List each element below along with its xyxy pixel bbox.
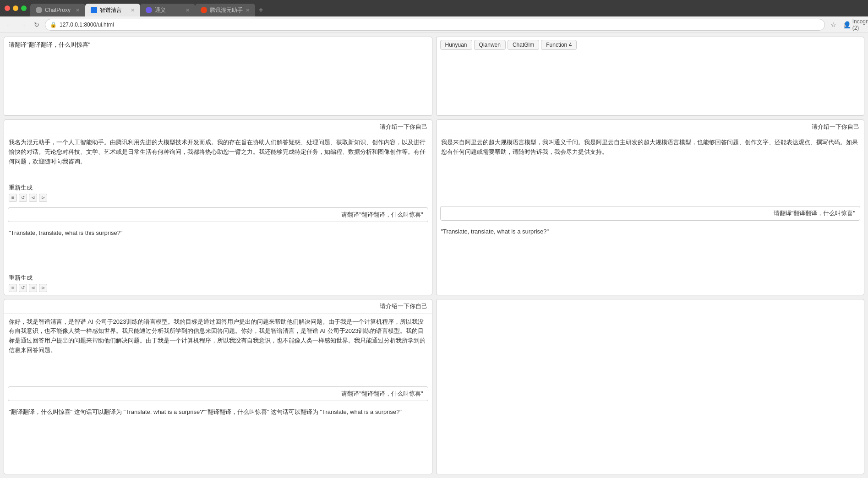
back-icon: ← xyxy=(6,21,12,28)
action-icon-2[interactable]: ↺ xyxy=(19,194,27,202)
hunyuan-regenerate-btn[interactable]: 重新生成 xyxy=(9,184,427,192)
qianwen-answer-text: "Translate, translate, what is a surpris… xyxy=(441,228,549,235)
hunyuan-regenerate-section2: 重新生成 ≡ ↺ ⊲ ⊳ xyxy=(4,271,432,295)
hunyuan-header-text: 请介绍一下你自己 xyxy=(380,123,427,130)
model-tabs-container: Hunyuan Qianwen ChatGlm Function 4 xyxy=(437,37,864,53)
tab-tongyi-label: 通义 xyxy=(155,6,166,14)
back-button[interactable]: ← xyxy=(4,19,15,30)
action-icon-1[interactable]: ≡ xyxy=(9,194,17,202)
hunyuan-tab-label: Hunyuan xyxy=(445,42,467,48)
chatglm-response-panel: 请介绍一下你自己 你好，我是智谱清言，是智谱 AI 公司于2023训练的语言模型… xyxy=(4,299,432,474)
tab-zhiqing-close[interactable]: ✕ xyxy=(131,7,135,13)
tab-chatproxy-label: ChatProxy xyxy=(45,7,71,13)
tab-chatproxy[interactable]: ChatProxy ✕ xyxy=(30,4,85,16)
tab-hunyuan[interactable]: 腾讯混元助手 ✕ xyxy=(195,4,255,16)
tab-hunyuan-close[interactable]: ✕ xyxy=(246,7,250,13)
chatglm-question-box: 请翻译"翻译翻译，什么叫惊喜" xyxy=(8,386,428,401)
function-panel-content xyxy=(437,299,864,474)
hunyuan-response-header: 请介绍一下你自己 xyxy=(4,120,432,134)
new-tab-button[interactable]: + xyxy=(255,4,267,16)
url-text: 127.0.0.1:8000/ui.html xyxy=(60,22,114,28)
action-icon-6[interactable]: ↺ xyxy=(19,284,27,292)
main-content: 请翻译"翻译翻译，什么叫惊喜" Hunyuan Qianwen ChatGlm … xyxy=(0,33,868,478)
tongyi-favicon xyxy=(146,7,152,13)
chatglm-response-header: 请介绍一下你自己 xyxy=(4,299,432,314)
chatglm-intro-body: 你好，我是智谱清言，是智谱 AI 公司于2023训练的语言模型。我的目标是通过回… xyxy=(4,314,432,384)
hunyuan-regenerate-section: 重新生成 ≡ ↺ ⊲ ⊳ xyxy=(4,181,432,205)
nav-bar: ← → ↻ 🔒 127.0.0.1:8000/ui.html ☆ ⊞ 👤 Inc… xyxy=(0,16,868,33)
maximize-button[interactable] xyxy=(21,5,27,11)
reload-icon: ↻ xyxy=(34,21,39,28)
qianwen-header-text: 请介绍一下你自己 xyxy=(812,123,859,130)
hunyuan-regenerate-btn2[interactable]: 重新生成 xyxy=(9,274,427,282)
qianwen-answer-body: "Translate, translate, what is a surpris… xyxy=(437,223,864,295)
action-icon-5[interactable]: ≡ xyxy=(9,284,17,292)
incognito-icon: 👤 xyxy=(843,21,851,28)
lock-icon: 🔒 xyxy=(50,22,57,28)
action-icon-7[interactable]: ⊲ xyxy=(29,284,37,292)
function-response-panel xyxy=(436,299,865,474)
forward-icon: → xyxy=(20,21,26,28)
tab-hunyuan-label: 腾讯混元助手 xyxy=(210,6,243,14)
browser-chrome: ChatProxy ✕ 智谱清言 ✕ 通义 ✕ 腾讯混元助手 ✕ + xyxy=(0,0,868,16)
input-area: 请翻译"翻译翻译，什么叫惊喜" xyxy=(4,37,432,115)
hunyuan-action-icons2: ≡ ↺ ⊲ ⊳ xyxy=(9,284,427,292)
hunyuan-action-icons: ≡ ↺ ⊲ ⊳ xyxy=(9,194,427,202)
close-button[interactable] xyxy=(5,5,10,11)
chatglm-header-text: 请介绍一下你自己 xyxy=(380,303,427,310)
qianwen-tab-label: Qianwen xyxy=(479,42,501,48)
traffic-lights xyxy=(5,5,27,11)
chatglm-question-text: 请翻译"翻译翻译，什么叫惊喜" xyxy=(341,390,423,397)
tab-qianwen[interactable]: Qianwen xyxy=(474,40,506,50)
hunyuan-intro-body: 我名为混元助手，一个人工智能助手。由腾讯利用先进的大模型技术开发而成。我的存在旨… xyxy=(4,134,432,180)
hunyuan-favicon xyxy=(201,7,207,13)
incognito-label: Incognito (2) xyxy=(852,18,868,31)
reload-button[interactable]: ↻ xyxy=(31,19,42,30)
chatglm-intro-text: 你好，我是智谱清言，是智谱 AI 公司于2023训练的语言模型。我的目标是通过回… xyxy=(9,318,426,353)
model-tabs-panel: Hunyuan Qianwen ChatGlm Function 4 xyxy=(436,37,865,116)
tab-tongyi-close[interactable]: ✕ xyxy=(186,7,190,13)
tab-chatproxy-close[interactable]: ✕ xyxy=(76,7,80,13)
qianwen-intro-body: 我是来自阿里云的超大规模语言模型，我叫通义千问。我是阿里云自主研发的超大规模语言… xyxy=(437,134,864,206)
qianwen-question-box: 请翻译"翻译翻译，什么叫惊喜" xyxy=(440,206,861,221)
zhiqing-favicon xyxy=(91,7,97,13)
nav-right-buttons: ☆ ⊞ 👤 Incognito (2) xyxy=(828,19,864,30)
hunyuan-question-text: 请翻译"翻译翻译，什么叫惊喜" xyxy=(341,211,423,218)
qianwen-intro-text: 我是来自阿里云的超大规模语言模型，我叫通义千问。我是阿里云自主研发的超大规模语言… xyxy=(441,139,858,155)
address-bar[interactable]: 🔒 127.0.0.1:8000/ui.html xyxy=(45,19,825,31)
tab-function4[interactable]: Function 4 xyxy=(541,40,577,50)
chatproxy-favicon xyxy=(36,7,42,13)
bookmark-button[interactable]: ☆ xyxy=(828,19,839,30)
action-icon-4[interactable]: ⊳ xyxy=(39,194,47,202)
incognito-button[interactable]: 👤 Incognito (2) xyxy=(853,19,864,30)
chatglm-answer-text: "翻译翻译，什么叫惊喜" 这句话可以翻译为 "Translate, what i… xyxy=(9,408,402,415)
qianwen-response-panel: 请介绍一下你自己 我是来自阿里云的超大规模语言模型，我叫通义千问。我是阿里云自主… xyxy=(436,120,865,295)
hunyuan-question-box: 请翻译"翻译翻译，什么叫惊喜" xyxy=(8,207,428,222)
tab-chatglm[interactable]: ChatGlm xyxy=(508,40,539,50)
chatglm-answer-body: "翻译翻译，什么叫惊喜" 这句话可以翻译为 "Translate, what i… xyxy=(4,404,432,474)
hunyuan-response-panel: 请介绍一下你自己 我名为混元助手，一个人工智能助手。由腾讯利用先进的大模型技术开… xyxy=(4,120,432,295)
star-icon: ☆ xyxy=(830,21,836,28)
input-panel: 请翻译"翻译翻译，什么叫惊喜" xyxy=(4,37,432,116)
tabs-bar: ChatProxy ✕ 智谱清言 ✕ 通义 ✕ 腾讯混元助手 ✕ + xyxy=(30,0,863,16)
hunyuan-answer-body: "Translate, translate, what is this surp… xyxy=(4,225,432,271)
qianwen-question-text: 请翻译"翻译翻译，什么叫惊喜" xyxy=(774,210,855,217)
action-icon-3[interactable]: ⊲ xyxy=(29,194,37,202)
tab-hunyuan[interactable]: Hunyuan xyxy=(440,40,472,50)
qianwen-response-header: 请介绍一下你自己 xyxy=(437,120,864,134)
function4-tab-label: Function 4 xyxy=(546,42,572,48)
chatglm-tab-label: ChatGlm xyxy=(513,42,534,48)
forward-button[interactable]: → xyxy=(17,19,28,30)
input-placeholder-text: 请翻译"翻译翻译，什么叫惊喜" xyxy=(9,41,90,48)
tab-tongyi[interactable]: 通义 ✕ xyxy=(140,4,195,16)
tab-zhiqing-label: 智谱清言 xyxy=(100,6,122,14)
minimize-button[interactable] xyxy=(13,5,18,11)
tab-zhiqing[interactable]: 智谱清言 ✕ xyxy=(85,4,140,16)
hunyuan-intro-text: 我名为混元助手，一个人工智能助手。由腾讯利用先进的大模型技术开发而成。我的存在旨… xyxy=(9,139,426,165)
action-icon-8[interactable]: ⊳ xyxy=(39,284,47,292)
hunyuan-answer-text: "Translate, translate, what is this surp… xyxy=(9,229,123,236)
